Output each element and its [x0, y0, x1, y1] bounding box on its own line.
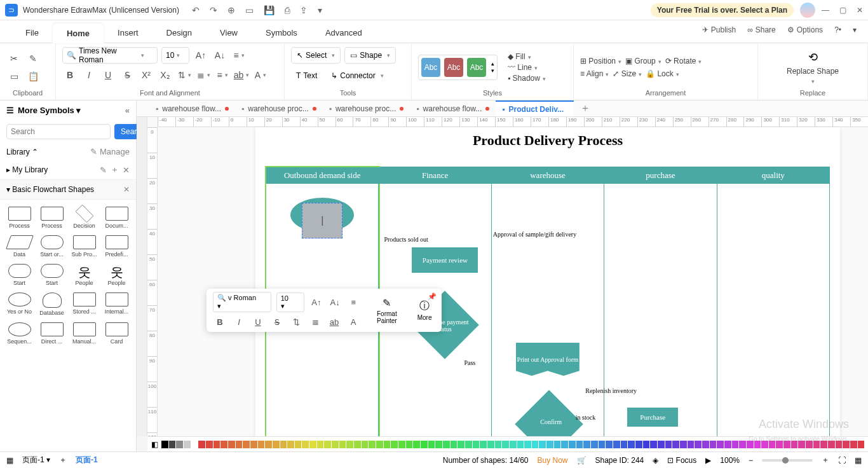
color-swatch[interactable] [621, 441, 628, 448]
shape-item[interactable]: Stored ... [69, 291, 100, 318]
color-swatch[interactable] [754, 441, 761, 448]
lane-warehouse[interactable]: warehouse Approval of sample/gift delive… [492, 167, 604, 436]
connector-tool-button[interactable]: ↳ Connector [326, 67, 388, 84]
color-swatch[interactable] [384, 441, 391, 448]
color-swatch[interactable] [732, 441, 739, 448]
pin-toolbar-button[interactable]: 📌 [428, 292, 437, 301]
shape-item[interactable]: Start or... [36, 233, 67, 259]
color-swatch[interactable] [539, 441, 546, 448]
cart-icon[interactable]: 🛒 [577, 456, 587, 465]
print-button[interactable]: ⎙ [285, 5, 290, 15]
color-swatch[interactable] [532, 441, 539, 448]
color-swatch[interactable] [798, 441, 805, 448]
float-decrease-font[interactable]: A↓ [329, 295, 342, 309]
symbol-search-input[interactable] [6, 124, 111, 139]
page-select[interactable]: 页面-1 ▾ [22, 455, 50, 465]
shape-item[interactable]: Start [36, 262, 67, 288]
undo-button[interactable]: ↶ [192, 5, 200, 15]
export-button[interactable]: ⇪ [300, 5, 308, 15]
tab-design[interactable]: Design [153, 23, 206, 43]
active-page-tab[interactable]: 页面-1 [76, 455, 98, 465]
decrease-font-button[interactable]: A↓ [212, 48, 227, 63]
font-color-button[interactable]: A [253, 67, 268, 83]
color-swatch[interactable] [191, 441, 198, 448]
doc-tab[interactable]: ▪warehouse flow... [410, 100, 496, 116]
shape-item[interactable]: 웃People [69, 262, 100, 288]
color-swatch[interactable] [398, 441, 405, 448]
fullscreen-button[interactable]: ▦ [855, 456, 862, 465]
section-close-button[interactable]: ✕ [123, 185, 130, 194]
color-swatch[interactable] [176, 441, 183, 448]
shape-item[interactable]: Sub Pro... [69, 233, 100, 259]
color-swatch[interactable] [339, 441, 346, 448]
text-tool-button[interactable]: T Text [291, 67, 322, 84]
color-swatch[interactable] [546, 441, 553, 448]
color-swatch[interactable] [451, 441, 458, 448]
color-swatch[interactable] [599, 441, 606, 448]
lane-quality[interactable]: quality [717, 167, 829, 436]
color-swatch[interactable] [680, 441, 687, 448]
color-swatch[interactable] [843, 441, 850, 448]
float-bullets[interactable]: ≣ [308, 315, 322, 329]
doc-tab[interactable]: ▪warehouse proc... [323, 100, 410, 116]
new-button[interactable]: ⊕ [227, 5, 235, 15]
float-color[interactable]: A [346, 315, 360, 329]
shape-item[interactable]: Docum... [101, 205, 132, 231]
color-swatch[interactable] [458, 441, 465, 448]
subscript-button[interactable]: X₂ [158, 67, 173, 83]
color-swatch[interactable] [569, 441, 576, 448]
float-linespace[interactable]: ⇅ [289, 315, 303, 329]
styles-down[interactable]: ▾ [491, 67, 494, 74]
font-family-select[interactable]: 🔍Times New Roman [62, 47, 158, 64]
printout-doc[interactable]: Print out Approval form [516, 343, 580, 376]
color-swatch[interactable] [495, 441, 502, 448]
paste-button[interactable]: 📋 [25, 69, 41, 84]
color-swatch[interactable] [473, 441, 480, 448]
fill-button[interactable]: ◆ Fill [508, 52, 546, 61]
color-swatch[interactable] [502, 441, 509, 448]
line-button[interactable]: 〰 Line [508, 63, 546, 72]
color-swatch[interactable] [435, 441, 442, 448]
more-symbols-button[interactable]: More Symbols ▾ [18, 106, 81, 115]
color-swatch[interactable] [265, 441, 272, 448]
tab-file[interactable]: File [11, 23, 53, 43]
color-swatch[interactable] [280, 441, 287, 448]
color-swatch[interactable] [739, 441, 746, 448]
lib-add-icon[interactable]: ＋ [111, 164, 119, 176]
float-format-painter[interactable]: ✎Format Painter [373, 297, 401, 324]
color-swatch[interactable] [309, 441, 316, 448]
color-swatch[interactable] [613, 441, 620, 448]
library-toggle[interactable]: Library ⌃ [6, 148, 38, 156]
font-size-select[interactable]: 10 [161, 47, 189, 64]
color-swatch[interactable] [250, 441, 257, 448]
color-swatch[interactable] [591, 441, 598, 448]
doc-tab[interactable]: ▪warehouse proc... [235, 100, 323, 116]
collapse-panel-button[interactable]: « [125, 106, 130, 115]
shape-item[interactable]: Internal... [101, 291, 132, 318]
color-swatch[interactable] [302, 441, 309, 448]
shape-item[interactable]: Predefi... [101, 233, 132, 259]
focus-button[interactable]: ⊡ Focus [667, 456, 696, 465]
payment-review-box[interactable]: Payment review [412, 247, 478, 273]
color-swatch[interactable] [220, 441, 227, 448]
tab-insert[interactable]: Insert [104, 23, 153, 43]
tab-symbols[interactable]: Symbols [252, 23, 311, 43]
color-swatch[interactable] [228, 441, 235, 448]
lock-button[interactable]: 🔒 Lock [646, 69, 679, 78]
color-swatch[interactable] [606, 441, 613, 448]
shape-item[interactable]: Start [4, 262, 35, 288]
lib-close-icon[interactable]: ✕ [123, 165, 130, 175]
shape-item[interactable]: Direct ... [36, 320, 67, 347]
color-swatch[interactable] [295, 441, 302, 448]
replace-shape-button[interactable]: Replace Shape [787, 67, 839, 76]
color-swatch[interactable] [813, 441, 820, 448]
style-swatch-1[interactable]: Abc [421, 58, 440, 77]
color-swatch[interactable] [161, 441, 168, 448]
float-strike[interactable]: S̶ [270, 315, 284, 329]
manage-library-button[interactable]: ✎ Manage [90, 147, 130, 156]
float-increase-font[interactable]: A↑ [309, 295, 323, 309]
section-toggle[interactable]: ▾ Basic Flowchart Shapes [6, 185, 94, 194]
bold-button[interactable]: B [62, 67, 78, 83]
share-button[interactable]: ∞ Share [747, 25, 776, 34]
color-swatch[interactable] [628, 441, 635, 448]
